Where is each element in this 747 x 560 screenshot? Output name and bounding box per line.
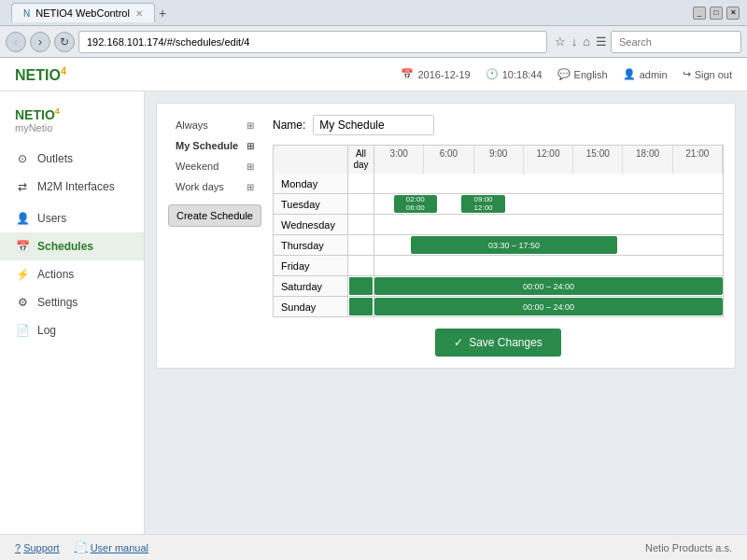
app-body: NETIO4 myNetio ⊙ Outlets ⇄ M2M Interface…: [0, 91, 747, 534]
day-friday: Friday: [274, 256, 348, 275]
time-value: 10:18:44: [502, 69, 543, 80]
bookmark-icon[interactable]: ☆: [555, 35, 566, 49]
forward-button[interactable]: ›: [30, 32, 50, 52]
name-input[interactable]: [313, 115, 434, 135]
cells-sunday[interactable]: 00:00 – 24:00: [374, 297, 723, 316]
row-friday: Friday: [273, 256, 724, 276]
language-selector[interactable]: 💬 English: [557, 68, 608, 80]
close-icon[interactable]: ✕: [135, 8, 143, 19]
allday-block-sunday: [349, 298, 373, 315]
allday-saturday[interactable]: [348, 276, 374, 296]
cells-friday[interactable]: [374, 256, 723, 275]
new-tab-button[interactable]: +: [159, 6, 166, 21]
allday-thursday[interactable]: [348, 235, 374, 255]
content-area: Always ⊞ My Schedule ⊞ Weekend ⊞ Work: [145, 91, 747, 534]
close-button[interactable]: ✕: [726, 7, 740, 20]
time-15: 15:00: [573, 146, 623, 174]
day-label-header: [274, 146, 348, 174]
block-thursday-1[interactable]: 03:30 – 17:50: [411, 236, 618, 254]
home-icon[interactable]: ⌂: [583, 35, 590, 49]
allday-tuesday[interactable]: [348, 194, 374, 214]
block-tuesday-1[interactable]: 02:0006:00: [394, 195, 438, 213]
weekend-label: Weekend: [176, 161, 218, 172]
users-icon: 👤: [15, 212, 30, 225]
actions-icon: ⚡: [15, 268, 30, 281]
browser-toolbar: ‹ › ↻ ☆ ↓ ⌂ ☰: [0, 26, 747, 58]
workdays-label: Work days: [176, 181, 224, 192]
row-saturday: Saturday 00:00 – 24:00: [273, 276, 724, 297]
manual-link[interactable]: 📄 User manual: [75, 541, 148, 553]
block-tuesday-2[interactable]: 09:0012:00: [461, 195, 505, 213]
sidebar-item-log[interactable]: 📄 Log: [0, 316, 144, 344]
cells-monday[interactable]: [374, 174, 723, 193]
sidebar-logo-sub: myNetio: [15, 122, 129, 133]
schedule-list-item-myschedule[interactable]: My Schedule ⊞: [168, 135, 261, 156]
m2m-label: M2M Interfaces: [37, 180, 115, 193]
sidebar-item-actions[interactable]: ⚡ Actions: [0, 260, 144, 288]
users-label: Users: [37, 212, 66, 225]
name-row: Name:: [273, 115, 724, 135]
cells-thursday[interactable]: 03:30 – 17:50: [374, 235, 723, 255]
schedule-list: Always ⊞ My Schedule ⊞ Weekend ⊞ Work: [168, 115, 261, 357]
refresh-button[interactable]: ↻: [54, 32, 75, 52]
allday-friday[interactable]: [348, 256, 374, 275]
row-thursday: Thursday 03:30 – 17:50: [273, 235, 724, 256]
myschedule-label: My Schedule: [176, 140, 238, 151]
footer-links: ? Support 📄 User manual: [15, 541, 148, 553]
name-label: Name:: [273, 119, 305, 132]
back-button[interactable]: ‹: [6, 32, 26, 52]
support-icon: ?: [15, 542, 21, 553]
time-display: 🕐 10:18:44: [486, 68, 543, 80]
allday-wednesday[interactable]: [348, 215, 374, 234]
cells-wednesday[interactable]: [374, 215, 723, 234]
time-cols-header: 3:00 6:00 9:00 12:00 15:00 18:00 21:00: [374, 146, 723, 174]
block-saturday-1[interactable]: 00:00 – 24:00: [374, 277, 723, 295]
cells-saturday[interactable]: 00:00 – 24:00: [374, 276, 723, 296]
time-12: 12:00: [524, 146, 573, 174]
row-wednesday: Wednesday: [273, 215, 724, 235]
sidebar-logo-main: NETIO4: [15, 106, 129, 122]
day-saturday: Saturday: [274, 276, 348, 296]
time-3: 3:00: [374, 146, 424, 174]
support-link[interactable]: ? Support: [15, 541, 60, 553]
allday-monday[interactable]: [348, 174, 374, 193]
app-footer: ? Support 📄 User manual Netio Products a…: [0, 534, 747, 560]
menu-icon[interactable]: ☰: [596, 35, 607, 49]
sidebar-item-outlets[interactable]: ⊙ Outlets: [0, 145, 144, 173]
user-display: 👤 admin: [623, 68, 668, 80]
schedule-list-item-always[interactable]: Always ⊞: [168, 115, 261, 135]
block-sunday-1[interactable]: 00:00 – 24:00: [374, 298, 723, 315]
signout-label: Sign out: [695, 69, 732, 80]
outlets-icon: ⊙: [15, 152, 30, 165]
sidebar-item-settings[interactable]: ⚙ Settings: [0, 288, 144, 316]
save-row: ✓ Save Changes: [273, 329, 724, 357]
sidebar-item-users[interactable]: 👤 Users: [0, 204, 144, 232]
schedule-list-item-workdays[interactable]: Work days ⊞: [168, 176, 261, 197]
sidebar-item-m2m[interactable]: ⇄ M2M Interfaces: [0, 173, 144, 201]
allday-sunday[interactable]: [348, 297, 374, 316]
save-changes-button[interactable]: ✓ Save Changes: [435, 329, 561, 357]
row-monday: Monday: [273, 174, 724, 194]
signout-button[interactable]: ↪ Sign out: [683, 68, 732, 80]
header-right: 📅 2016-12-19 🕐 10:18:44 💬 English 👤 admi…: [401, 68, 732, 80]
create-schedule-button[interactable]: Create Schedule: [168, 204, 261, 227]
workdays-icon: ⊞: [247, 182, 254, 192]
myschedule-icon: ⊞: [247, 141, 254, 151]
browser-tab[interactable]: N NETIO4 WebControl ✕: [11, 3, 155, 22]
search-input[interactable]: [611, 31, 741, 53]
timeline-header: Allday 3:00 6:00 9:00 12:00 15:00 18:00 …: [273, 145, 724, 174]
time-18: 18:00: [623, 146, 672, 174]
cells-tuesday[interactable]: 02:0006:00 09:0012:00: [374, 194, 723, 214]
schedule-panel: Always ⊞ My Schedule ⊞ Weekend ⊞ Work: [156, 103, 736, 369]
minimize-button[interactable]: _: [693, 7, 706, 20]
language-label: English: [574, 69, 608, 80]
address-bar[interactable]: [78, 31, 547, 53]
company-name: Netio Products a.s.: [645, 542, 732, 553]
schedule-list-item-weekend[interactable]: Weekend ⊞: [168, 156, 261, 176]
titlebar: N NETIO4 WebControl ✕ + _ □ ✕: [0, 0, 747, 26]
download-icon[interactable]: ↓: [571, 35, 578, 49]
maximize-button[interactable]: □: [710, 7, 723, 20]
sidebar: NETIO4 myNetio ⊙ Outlets ⇄ M2M Interface…: [0, 91, 145, 534]
sidebar-item-schedules[interactable]: 📅 Schedules: [0, 232, 144, 260]
outlets-label: Outlets: [37, 152, 73, 165]
